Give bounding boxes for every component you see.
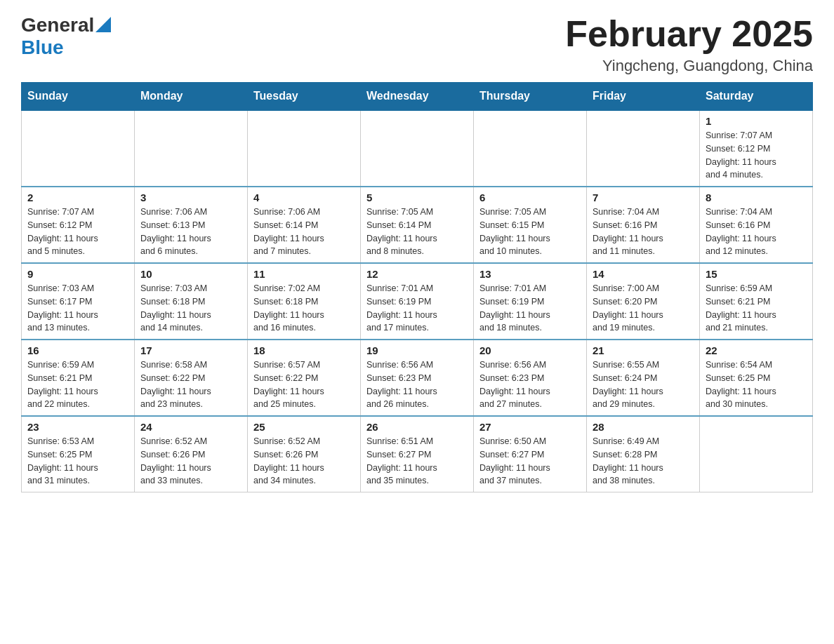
day-info: Sunrise: 7:06 AMSunset: 6:13 PMDaylight:… bbox=[140, 206, 241, 258]
day-number: 20 bbox=[479, 344, 581, 356]
day-info: Sunrise: 7:06 AMSunset: 6:14 PMDaylight:… bbox=[253, 206, 355, 258]
logo: General Blue bbox=[21, 14, 111, 59]
calendar-header-thursday: Thursday bbox=[474, 83, 587, 111]
day-number: 28 bbox=[593, 421, 694, 433]
day-number: 17 bbox=[140, 344, 241, 356]
calendar-cell: 6Sunrise: 7:05 AMSunset: 6:15 PMDaylight… bbox=[474, 187, 587, 263]
day-number: 25 bbox=[253, 421, 355, 433]
calendar-cell bbox=[474, 110, 587, 187]
calendar-cell bbox=[361, 110, 474, 187]
day-number: 4 bbox=[253, 192, 355, 203]
day-info: Sunrise: 7:04 AMSunset: 6:16 PMDaylight:… bbox=[593, 206, 694, 258]
day-info: Sunrise: 6:53 AMSunset: 6:25 PMDaylight:… bbox=[27, 435, 128, 488]
day-info: Sunrise: 6:50 AMSunset: 6:27 PMDaylight:… bbox=[479, 435, 581, 488]
day-info: Sunrise: 7:02 AMSunset: 6:18 PMDaylight:… bbox=[253, 282, 355, 335]
day-number: 23 bbox=[27, 421, 128, 433]
calendar-cell bbox=[248, 110, 361, 187]
calendar-table: SundayMondayTuesdayWednesdayThursdayFrid… bbox=[21, 82, 813, 492]
calendar-cell: 4Sunrise: 7:06 AMSunset: 6:14 PMDaylight… bbox=[248, 187, 361, 263]
day-number: 2 bbox=[27, 192, 128, 203]
day-info: Sunrise: 6:52 AMSunset: 6:26 PMDaylight:… bbox=[140, 435, 241, 488]
calendar-cell: 15Sunrise: 6:59 AMSunset: 6:21 PMDayligh… bbox=[700, 263, 813, 340]
logo-arrow-icon bbox=[95, 17, 111, 32]
day-number: 19 bbox=[366, 344, 468, 356]
calendar-cell: 25Sunrise: 6:52 AMSunset: 6:26 PMDayligh… bbox=[248, 416, 361, 492]
calendar-cell: 19Sunrise: 6:56 AMSunset: 6:23 PMDayligh… bbox=[361, 340, 474, 416]
day-info: Sunrise: 7:05 AMSunset: 6:15 PMDaylight:… bbox=[479, 206, 581, 258]
day-info: Sunrise: 7:04 AMSunset: 6:16 PMDaylight:… bbox=[706, 206, 807, 258]
day-number: 18 bbox=[253, 344, 355, 356]
calendar-cell: 10Sunrise: 7:03 AMSunset: 6:18 PMDayligh… bbox=[135, 263, 248, 340]
calendar-cell bbox=[700, 416, 813, 492]
day-info: Sunrise: 6:57 AMSunset: 6:22 PMDaylight:… bbox=[253, 358, 355, 411]
calendar-week-row: 16Sunrise: 6:59 AMSunset: 6:21 PMDayligh… bbox=[22, 340, 813, 416]
day-number: 12 bbox=[366, 268, 468, 280]
calendar-cell: 3Sunrise: 7:06 AMSunset: 6:13 PMDaylight… bbox=[135, 187, 248, 263]
day-info: Sunrise: 6:59 AMSunset: 6:21 PMDaylight:… bbox=[706, 282, 807, 335]
day-number: 26 bbox=[366, 421, 468, 433]
logo-general-text: General bbox=[21, 14, 94, 36]
day-info: Sunrise: 6:56 AMSunset: 6:23 PMDaylight:… bbox=[479, 358, 581, 411]
calendar-header-wednesday: Wednesday bbox=[361, 83, 474, 111]
day-info: Sunrise: 6:51 AMSunset: 6:27 PMDaylight:… bbox=[366, 435, 468, 488]
calendar-cell: 7Sunrise: 7:04 AMSunset: 6:16 PMDaylight… bbox=[587, 187, 700, 263]
calendar-cell: 16Sunrise: 6:59 AMSunset: 6:21 PMDayligh… bbox=[22, 340, 135, 416]
day-info: Sunrise: 7:00 AMSunset: 6:20 PMDaylight:… bbox=[593, 282, 694, 335]
calendar-cell bbox=[135, 110, 248, 187]
calendar-cell: 17Sunrise: 6:58 AMSunset: 6:22 PMDayligh… bbox=[135, 340, 248, 416]
day-number: 3 bbox=[140, 192, 241, 203]
calendar-cell bbox=[22, 110, 135, 187]
day-info: Sunrise: 6:49 AMSunset: 6:28 PMDaylight:… bbox=[593, 435, 694, 488]
day-number: 9 bbox=[27, 268, 128, 280]
calendar-cell bbox=[587, 110, 700, 187]
calendar-cell: 5Sunrise: 7:05 AMSunset: 6:14 PMDaylight… bbox=[361, 187, 474, 263]
day-info: Sunrise: 6:55 AMSunset: 6:24 PMDaylight:… bbox=[593, 358, 694, 411]
calendar-cell: 20Sunrise: 6:56 AMSunset: 6:23 PMDayligh… bbox=[474, 340, 587, 416]
day-number: 10 bbox=[140, 268, 241, 280]
calendar-cell: 21Sunrise: 6:55 AMSunset: 6:24 PMDayligh… bbox=[587, 340, 700, 416]
calendar-cell: 22Sunrise: 6:54 AMSunset: 6:25 PMDayligh… bbox=[700, 340, 813, 416]
day-info: Sunrise: 7:01 AMSunset: 6:19 PMDaylight:… bbox=[479, 282, 581, 335]
day-info: Sunrise: 7:03 AMSunset: 6:18 PMDaylight:… bbox=[140, 282, 241, 335]
calendar-header-saturday: Saturday bbox=[700, 83, 813, 111]
calendar-header-tuesday: Tuesday bbox=[248, 83, 361, 111]
day-info: Sunrise: 7:07 AMSunset: 6:12 PMDaylight:… bbox=[27, 206, 128, 258]
logo-blue-text: Blue bbox=[21, 36, 64, 59]
calendar-header-friday: Friday bbox=[587, 83, 700, 111]
calendar-week-row: 9Sunrise: 7:03 AMSunset: 6:17 PMDaylight… bbox=[22, 263, 813, 340]
day-number: 6 bbox=[479, 192, 581, 203]
day-number: 16 bbox=[27, 344, 128, 356]
day-number: 1 bbox=[706, 115, 807, 127]
day-info: Sunrise: 6:59 AMSunset: 6:21 PMDaylight:… bbox=[27, 358, 128, 411]
day-info: Sunrise: 6:52 AMSunset: 6:26 PMDaylight:… bbox=[253, 435, 355, 488]
calendar-cell: 2Sunrise: 7:07 AMSunset: 6:12 PMDaylight… bbox=[22, 187, 135, 263]
calendar-cell: 23Sunrise: 6:53 AMSunset: 6:25 PMDayligh… bbox=[22, 416, 135, 492]
calendar-cell: 12Sunrise: 7:01 AMSunset: 6:19 PMDayligh… bbox=[361, 263, 474, 340]
day-number: 27 bbox=[479, 421, 581, 433]
calendar-cell: 8Sunrise: 7:04 AMSunset: 6:16 PMDaylight… bbox=[700, 187, 813, 263]
day-info: Sunrise: 6:56 AMSunset: 6:23 PMDaylight:… bbox=[366, 358, 468, 411]
day-number: 11 bbox=[253, 268, 355, 280]
calendar-cell: 13Sunrise: 7:01 AMSunset: 6:19 PMDayligh… bbox=[474, 263, 587, 340]
day-number: 22 bbox=[706, 344, 807, 356]
calendar-cell: 11Sunrise: 7:02 AMSunset: 6:18 PMDayligh… bbox=[248, 263, 361, 340]
calendar-week-row: 2Sunrise: 7:07 AMSunset: 6:12 PMDaylight… bbox=[22, 187, 813, 263]
day-number: 14 bbox=[593, 268, 694, 280]
day-number: 24 bbox=[140, 421, 241, 433]
calendar-week-row: 1Sunrise: 7:07 AMSunset: 6:12 PMDaylight… bbox=[22, 110, 813, 187]
day-info: Sunrise: 7:01 AMSunset: 6:19 PMDaylight:… bbox=[366, 282, 468, 335]
calendar-cell: 18Sunrise: 6:57 AMSunset: 6:22 PMDayligh… bbox=[248, 340, 361, 416]
month-title: February 2025 bbox=[565, 14, 813, 54]
day-number: 8 bbox=[706, 192, 807, 203]
day-number: 15 bbox=[706, 268, 807, 280]
day-info: Sunrise: 7:05 AMSunset: 6:14 PMDaylight:… bbox=[366, 206, 468, 258]
day-info: Sunrise: 6:58 AMSunset: 6:22 PMDaylight:… bbox=[140, 358, 241, 411]
day-number: 7 bbox=[593, 192, 694, 203]
location-text: Yingcheng, Guangdong, China bbox=[565, 57, 813, 75]
calendar-cell: 24Sunrise: 6:52 AMSunset: 6:26 PMDayligh… bbox=[135, 416, 248, 492]
day-number: 5 bbox=[366, 192, 468, 203]
calendar-header-row: SundayMondayTuesdayWednesdayThursdayFrid… bbox=[22, 83, 813, 111]
day-number: 21 bbox=[593, 344, 694, 356]
title-area: February 2025 Yingcheng, Guangdong, Chin… bbox=[565, 14, 813, 75]
svg-marker-0 bbox=[95, 17, 111, 32]
